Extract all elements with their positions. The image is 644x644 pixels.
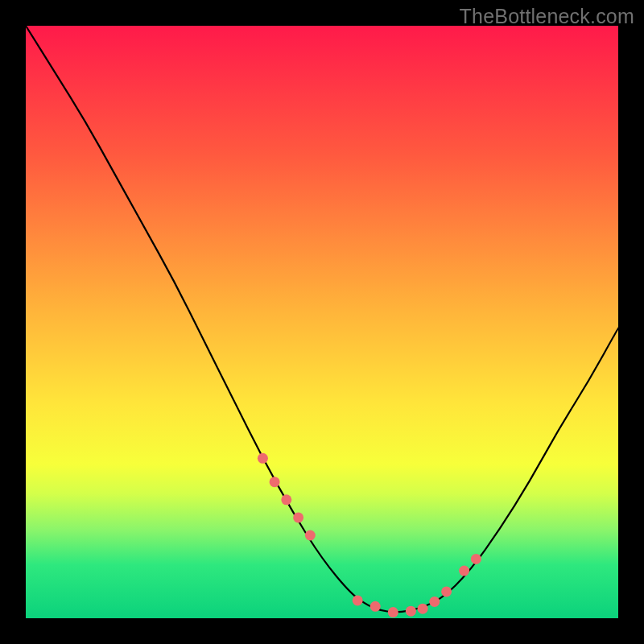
sample-point bbox=[281, 494, 291, 505]
chart-plot-area bbox=[26, 26, 618, 618]
sample-point bbox=[305, 530, 316, 541]
sample-point bbox=[293, 512, 303, 522]
watermark-text: TheBottleneck.com bbox=[460, 5, 634, 28]
sample-point bbox=[471, 554, 481, 564]
sample-point bbox=[353, 595, 363, 605]
chart-svg bbox=[26, 26, 618, 618]
sample-point bbox=[459, 566, 469, 576]
sample-point bbox=[258, 453, 268, 464]
sample-point bbox=[418, 604, 428, 614]
chart-frame: TheBottleneck.com bbox=[0, 0, 644, 644]
sample-points-group bbox=[258, 453, 481, 617]
sample-point bbox=[270, 477, 280, 487]
bottleneck-curve bbox=[26, 26, 618, 612]
sample-point bbox=[429, 597, 440, 607]
sample-point bbox=[388, 607, 398, 617]
sample-point bbox=[370, 601, 381, 612]
sample-point bbox=[406, 606, 416, 617]
sample-point bbox=[441, 586, 452, 597]
